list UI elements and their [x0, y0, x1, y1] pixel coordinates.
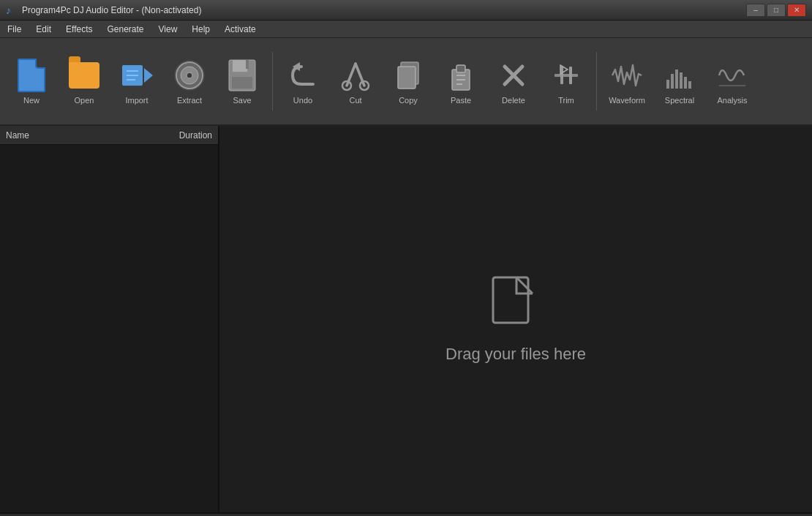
svg-rect-10 — [233, 60, 247, 72]
delete-icon — [496, 58, 531, 93]
paste-button[interactable]: Paste — [435, 42, 486, 121]
menu-view[interactable]: View — [151, 20, 185, 37]
svg-rect-33 — [675, 70, 678, 89]
window-controls: – □ ✕ — [746, 4, 806, 17]
minimize-button[interactable]: – — [746, 4, 765, 17]
menu-edit[interactable]: Edit — [29, 20, 59, 37]
menu-activate[interactable]: Activate — [217, 20, 263, 37]
svg-point-7 — [187, 72, 192, 78]
svg-rect-34 — [680, 72, 683, 89]
svg-line-39 — [516, 277, 533, 293]
svg-rect-32 — [671, 74, 674, 89]
titlebar: ♪ Program4Pc DJ Audio Editor - (Non-acti… — [0, 0, 812, 20]
file-list: Name Duration — [0, 126, 219, 512]
svg-rect-31 — [666, 80, 669, 89]
file-list-content[interactable] — [0, 145, 218, 512]
menubar: File Edit Effects Generate View Help Act… — [0, 20, 812, 38]
spectral-button[interactable]: Spectral — [654, 42, 705, 121]
trim-button[interactable]: Trim — [541, 42, 592, 121]
undo-button[interactable]: Undo — [277, 42, 328, 121]
new-icon — [14, 58, 49, 93]
analysis-button[interactable]: Analysis — [707, 42, 758, 121]
copy-button[interactable]: Copy — [383, 42, 434, 121]
svg-rect-12 — [232, 77, 252, 89]
analysis-icon — [715, 58, 750, 93]
extract-icon — [172, 58, 207, 93]
menu-generate[interactable]: Generate — [100, 20, 151, 37]
svg-rect-21 — [456, 65, 465, 72]
cut-button[interactable]: Cut — [330, 42, 381, 121]
svg-rect-27 — [555, 74, 578, 77]
bottom-panel: 00:00:00.000 Start End Duration Selectio… — [0, 512, 812, 516]
file-drop-icon — [490, 274, 541, 333]
save-button[interactable]: Save — [217, 42, 268, 121]
spectral-icon — [662, 58, 697, 93]
new-button[interactable]: New — [6, 42, 57, 121]
svg-rect-36 — [688, 81, 691, 89]
import-icon — [119, 58, 154, 93]
svg-rect-29 — [569, 67, 572, 84]
svg-rect-19 — [398, 67, 416, 89]
extract-button[interactable]: Extract — [164, 42, 215, 121]
import-button[interactable]: Import — [111, 42, 162, 121]
open-icon — [67, 58, 102, 93]
close-button[interactable]: ✕ — [787, 4, 806, 17]
column-duration: Duration — [154, 130, 212, 141]
toolbar: New Open Import — [0, 38, 812, 126]
svg-rect-35 — [684, 77, 687, 89]
save-icon — [225, 58, 260, 93]
app-icon: ♪ — [6, 4, 18, 16]
trim-icon — [549, 58, 584, 93]
waveform-area[interactable]: Drag your files here — [219, 126, 812, 512]
waveform-button[interactable]: Waveform — [601, 42, 653, 121]
toolbar-separator-2 — [596, 52, 597, 111]
main-content: Name Duration Drag your files here — [0, 126, 812, 512]
menu-file[interactable]: File — [0, 20, 29, 37]
copy-icon — [391, 58, 426, 93]
drag-drop-text: Drag your files here — [446, 345, 586, 364]
open-button[interactable]: Open — [59, 42, 110, 121]
toolbar-separator-1 — [272, 52, 273, 111]
undo-icon — [285, 58, 320, 93]
waveform-icon — [609, 58, 644, 93]
paste-icon — [443, 58, 478, 93]
menu-effects[interactable]: Effects — [59, 20, 99, 37]
svg-marker-1 — [144, 68, 153, 83]
delete-button[interactable]: Delete — [488, 42, 539, 121]
file-list-header: Name Duration — [0, 126, 218, 145]
maximize-button[interactable]: □ — [767, 4, 786, 17]
svg-rect-11 — [246, 60, 249, 69]
cut-icon — [338, 58, 373, 93]
menu-help[interactable]: Help — [184, 20, 217, 37]
title: Program4Pc DJ Audio Editor - (Non-activa… — [22, 5, 746, 15]
column-name: Name — [6, 130, 154, 141]
